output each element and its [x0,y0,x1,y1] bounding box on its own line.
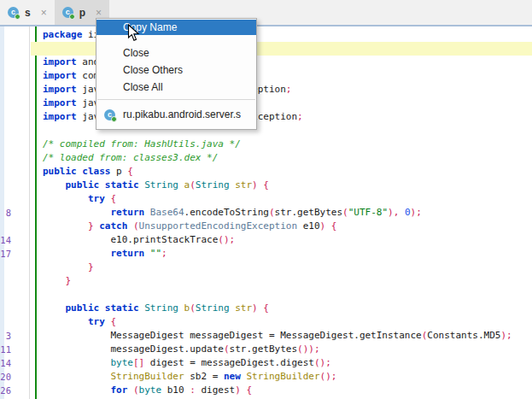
code-line: 14 e10.printStackTrace(); [0,233,532,247]
code-line: import java.security.NoSuchAlgorithmExce… [0,110,532,124]
gutter-line-number [0,69,11,83]
public-class-dot-icon [69,14,75,20]
close-tab-icon[interactable]: × [41,8,47,18]
gutter-line-number: 14 [0,233,11,247]
code-line: public static String b(String str) { [0,302,532,315]
gutter-line-number [0,261,11,274]
code-line: try { [0,315,532,329]
gutter-line-number [0,274,11,288]
gutter-line-number [0,42,11,56]
public-class-dot-icon [111,116,117,122]
code-line: import com.adjust.sdk.Constants; [0,69,532,83]
gutter-line-number [0,151,11,165]
class-icon: c [8,7,19,18]
code-line [0,288,532,302]
code-line: } catch (UnsupportedEncodingException e1… [0,220,532,233]
gutter-line-number: 8 [0,206,11,220]
tab-context-menu: Copy NameCloseClose OthersClose All c ru… [96,18,257,130]
gutter-line-number [0,97,11,110]
gutter-line-number [0,56,11,69]
code-editor[interactable]: package ii;import android.util.Base64;im… [0,26,532,399]
code-line: public static String a(String str) { [0,179,532,192]
gutter-line-number [0,28,11,42]
gutter-line-number [0,179,11,192]
code-line [0,124,532,138]
code-line: import android.util.Base64; [0,56,532,69]
code-line: import java.io.UnsupportedEncodingExcept… [0,83,532,97]
code-line: } [0,274,532,288]
gutter-line-number [0,302,11,315]
menu-gap [96,35,256,44]
code-line: 20 StringBuilder sb2 = new StringBuilder… [0,370,532,384]
gutter-line-number: 26 [0,384,11,397]
code-line: package ii; [0,28,532,42]
gutter-line-number [0,124,11,138]
gutter-line-number [0,192,11,206]
close-tab-icon[interactable]: × [96,8,102,18]
code-line: /* compiled from: HashUtils.java */ [0,138,532,151]
menu-item-full-class-name[interactable]: c ru.pikabu.android.server.s [96,103,256,126]
code-line: 8 return Base64.encodeToString(str.getBy… [0,206,532,220]
menu-item-close[interactable]: Close [96,44,256,62]
menu-item-close-others[interactable]: Close Others [96,62,256,79]
tab-s[interactable]: c s × [0,0,55,25]
gutter-line-number [0,165,11,179]
code-line [0,42,532,56]
menu-item-close-all[interactable]: Close All [96,79,256,96]
gutter-line-number [0,220,11,233]
gutter-line-number: 11 [0,343,11,356]
editor-tab-bar: c s × c p × [0,0,532,25]
gutter-line-number [0,138,11,151]
code-line: 26 for (byte b10 : digest) { [0,384,532,397]
menu-separator [97,99,255,100]
code-line: 14 byte[] digest = messageDigest.digest(… [0,356,532,370]
tab-p-label: p [79,7,85,19]
gutter-line-number: 14 [0,356,11,370]
code-line: import java.security.MessageDigest; [0,97,532,110]
code-line: try { [0,192,532,206]
public-class-dot-icon [15,14,20,20]
class-icon: c [62,7,73,18]
gutter-line-number: 20 [0,370,11,384]
tab-s-label: s [25,7,31,19]
code-line: 3 MessageDigest messageDigest = MessageD… [0,329,532,343]
code-area[interactable]: package ii;import android.util.Base64;im… [0,28,532,397]
gutter-line-number [0,110,11,124]
code-line: /* loaded from: classes3.dex */ [0,151,532,165]
code-line: public class p { [0,165,532,179]
gutter-line-number [0,288,11,302]
gutter-line-number: 17 [0,247,11,261]
menu-item-copy-name[interactable]: Copy Name [96,20,256,35]
full-class-name-label: ru.pikabu.android.server.s [123,109,241,120]
gutter-line-number: 3 [0,329,11,343]
gutter-line-number [0,83,11,97]
code-line: 11 messageDigest.update(str.getBytes()); [0,343,532,356]
code-line: 17 return ""; [0,247,532,261]
class-icon: c [104,109,115,120]
context-menu-items: Copy NameCloseClose OthersClose All [96,20,256,96]
code-line: } [0,261,532,274]
gutter-line-number [0,315,11,329]
ide-window: c s × c p × package ii;import android.ut… [0,0,532,399]
